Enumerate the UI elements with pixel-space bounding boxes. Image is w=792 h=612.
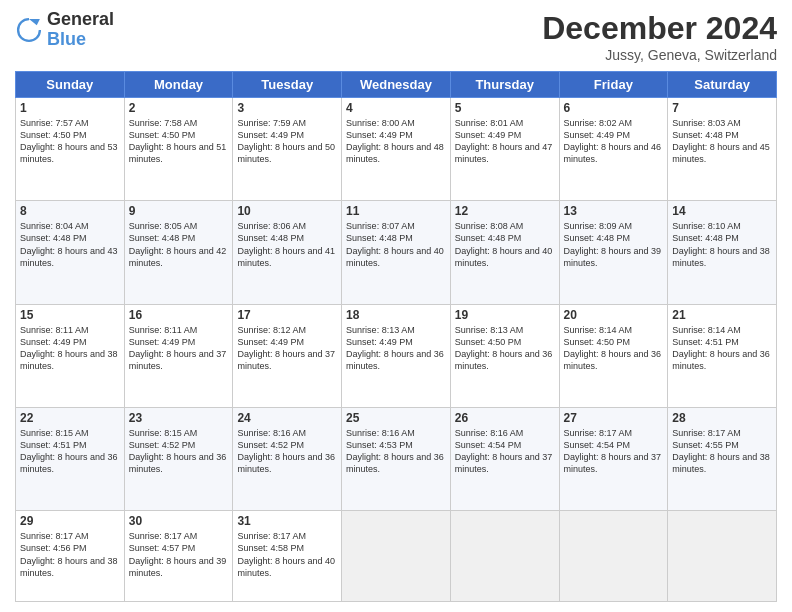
cell-info: Sunrise: 8:13 AMSunset: 4:50 PMDaylight:… [455, 324, 555, 373]
cell-info: Sunrise: 8:04 AMSunset: 4:48 PMDaylight:… [20, 220, 120, 269]
day-number: 8 [20, 204, 120, 218]
calendar-cell: 22 Sunrise: 8:15 AMSunset: 4:51 PMDaylig… [16, 407, 125, 510]
logo: General Blue [15, 10, 114, 50]
cell-info: Sunrise: 7:59 AMSunset: 4:49 PMDaylight:… [237, 117, 337, 166]
day-number: 25 [346, 411, 446, 425]
cell-info: Sunrise: 8:12 AMSunset: 4:49 PMDaylight:… [237, 324, 337, 373]
day-number: 14 [672, 204, 772, 218]
calendar-cell: 12 Sunrise: 8:08 AMSunset: 4:48 PMDaylig… [450, 201, 559, 304]
day-number: 4 [346, 101, 446, 115]
header-friday: Friday [559, 72, 668, 98]
cell-info: Sunrise: 8:10 AMSunset: 4:48 PMDaylight:… [672, 220, 772, 269]
cell-info: Sunrise: 8:16 AMSunset: 4:52 PMDaylight:… [237, 427, 337, 476]
cell-info: Sunrise: 8:17 AMSunset: 4:56 PMDaylight:… [20, 530, 120, 579]
day-number: 7 [672, 101, 772, 115]
day-number: 27 [564, 411, 664, 425]
header-wednesday: Wednesday [342, 72, 451, 98]
calendar-cell: 15 Sunrise: 8:11 AMSunset: 4:49 PMDaylig… [16, 304, 125, 407]
cell-info: Sunrise: 8:05 AMSunset: 4:48 PMDaylight:… [129, 220, 229, 269]
calendar: Sunday Monday Tuesday Wednesday Thursday… [15, 71, 777, 602]
cell-info: Sunrise: 8:06 AMSunset: 4:48 PMDaylight:… [237, 220, 337, 269]
calendar-cell: 24 Sunrise: 8:16 AMSunset: 4:52 PMDaylig… [233, 407, 342, 510]
day-number: 1 [20, 101, 120, 115]
title-block: December 2024 Jussy, Geneva, Switzerland [542, 10, 777, 63]
cell-info: Sunrise: 8:15 AMSunset: 4:52 PMDaylight:… [129, 427, 229, 476]
day-number: 16 [129, 308, 229, 322]
cell-info: Sunrise: 8:08 AMSunset: 4:48 PMDaylight:… [455, 220, 555, 269]
header-saturday: Saturday [668, 72, 777, 98]
cell-info: Sunrise: 8:11 AMSunset: 4:49 PMDaylight:… [129, 324, 229, 373]
day-number: 18 [346, 308, 446, 322]
day-number: 19 [455, 308, 555, 322]
calendar-cell: 2 Sunrise: 7:58 AMSunset: 4:50 PMDayligh… [124, 98, 233, 201]
cell-info: Sunrise: 8:16 AMSunset: 4:54 PMDaylight:… [455, 427, 555, 476]
cell-info: Sunrise: 8:02 AMSunset: 4:49 PMDaylight:… [564, 117, 664, 166]
calendar-cell: 26 Sunrise: 8:16 AMSunset: 4:54 PMDaylig… [450, 407, 559, 510]
cell-info: Sunrise: 8:17 AMSunset: 4:54 PMDaylight:… [564, 427, 664, 476]
cell-info: Sunrise: 8:03 AMSunset: 4:48 PMDaylight:… [672, 117, 772, 166]
cell-info: Sunrise: 8:17 AMSunset: 4:58 PMDaylight:… [237, 530, 337, 579]
calendar-cell: 28 Sunrise: 8:17 AMSunset: 4:55 PMDaylig… [668, 407, 777, 510]
day-number: 31 [237, 514, 337, 528]
calendar-cell: 10 Sunrise: 8:06 AMSunset: 4:48 PMDaylig… [233, 201, 342, 304]
calendar-cell: 3 Sunrise: 7:59 AMSunset: 4:49 PMDayligh… [233, 98, 342, 201]
calendar-cell: 27 Sunrise: 8:17 AMSunset: 4:54 PMDaylig… [559, 407, 668, 510]
day-number: 29 [20, 514, 120, 528]
day-number: 12 [455, 204, 555, 218]
logo-text: General Blue [47, 10, 114, 50]
calendar-cell: 29 Sunrise: 8:17 AMSunset: 4:56 PMDaylig… [16, 511, 125, 602]
calendar-cell: 8 Sunrise: 8:04 AMSunset: 4:48 PMDayligh… [16, 201, 125, 304]
calendar-cell: 30 Sunrise: 8:17 AMSunset: 4:57 PMDaylig… [124, 511, 233, 602]
day-number: 28 [672, 411, 772, 425]
day-number: 21 [672, 308, 772, 322]
calendar-cell [559, 511, 668, 602]
cell-info: Sunrise: 8:07 AMSunset: 4:48 PMDaylight:… [346, 220, 446, 269]
header-tuesday: Tuesday [233, 72, 342, 98]
day-number: 9 [129, 204, 229, 218]
calendar-cell: 11 Sunrise: 8:07 AMSunset: 4:48 PMDaylig… [342, 201, 451, 304]
calendar-cell: 31 Sunrise: 8:17 AMSunset: 4:58 PMDaylig… [233, 511, 342, 602]
calendar-cell [450, 511, 559, 602]
calendar-cell [668, 511, 777, 602]
page: General Blue December 2024 Jussy, Geneva… [0, 0, 792, 612]
calendar-cell: 18 Sunrise: 8:13 AMSunset: 4:49 PMDaylig… [342, 304, 451, 407]
calendar-cell: 16 Sunrise: 8:11 AMSunset: 4:49 PMDaylig… [124, 304, 233, 407]
cell-info: Sunrise: 8:17 AMSunset: 4:55 PMDaylight:… [672, 427, 772, 476]
header: General Blue December 2024 Jussy, Geneva… [15, 10, 777, 63]
cell-info: Sunrise: 8:00 AMSunset: 4:49 PMDaylight:… [346, 117, 446, 166]
calendar-cell: 14 Sunrise: 8:10 AMSunset: 4:48 PMDaylig… [668, 201, 777, 304]
calendar-cell: 1 Sunrise: 7:57 AMSunset: 4:50 PMDayligh… [16, 98, 125, 201]
calendar-cell: 4 Sunrise: 8:00 AMSunset: 4:49 PMDayligh… [342, 98, 451, 201]
calendar-cell: 19 Sunrise: 8:13 AMSunset: 4:50 PMDaylig… [450, 304, 559, 407]
day-number: 5 [455, 101, 555, 115]
cell-info: Sunrise: 8:09 AMSunset: 4:48 PMDaylight:… [564, 220, 664, 269]
day-number: 15 [20, 308, 120, 322]
header-thursday: Thursday [450, 72, 559, 98]
day-number: 17 [237, 308, 337, 322]
logo-icon [15, 16, 43, 44]
day-number: 22 [20, 411, 120, 425]
day-number: 13 [564, 204, 664, 218]
location: Jussy, Geneva, Switzerland [542, 47, 777, 63]
calendar-cell [342, 511, 451, 602]
header-sunday: Sunday [16, 72, 125, 98]
cell-info: Sunrise: 7:58 AMSunset: 4:50 PMDaylight:… [129, 117, 229, 166]
calendar-cell: 5 Sunrise: 8:01 AMSunset: 4:49 PMDayligh… [450, 98, 559, 201]
day-number: 24 [237, 411, 337, 425]
cell-info: Sunrise: 8:16 AMSunset: 4:53 PMDaylight:… [346, 427, 446, 476]
calendar-cell: 20 Sunrise: 8:14 AMSunset: 4:50 PMDaylig… [559, 304, 668, 407]
calendar-header-row: Sunday Monday Tuesday Wednesday Thursday… [16, 72, 777, 98]
calendar-cell: 23 Sunrise: 8:15 AMSunset: 4:52 PMDaylig… [124, 407, 233, 510]
day-number: 26 [455, 411, 555, 425]
cell-info: Sunrise: 8:14 AMSunset: 4:50 PMDaylight:… [564, 324, 664, 373]
day-number: 3 [237, 101, 337, 115]
day-number: 10 [237, 204, 337, 218]
day-number: 20 [564, 308, 664, 322]
day-number: 6 [564, 101, 664, 115]
cell-info: Sunrise: 8:15 AMSunset: 4:51 PMDaylight:… [20, 427, 120, 476]
month-title: December 2024 [542, 10, 777, 47]
calendar-cell: 21 Sunrise: 8:14 AMSunset: 4:51 PMDaylig… [668, 304, 777, 407]
calendar-cell: 9 Sunrise: 8:05 AMSunset: 4:48 PMDayligh… [124, 201, 233, 304]
day-number: 30 [129, 514, 229, 528]
day-number: 2 [129, 101, 229, 115]
